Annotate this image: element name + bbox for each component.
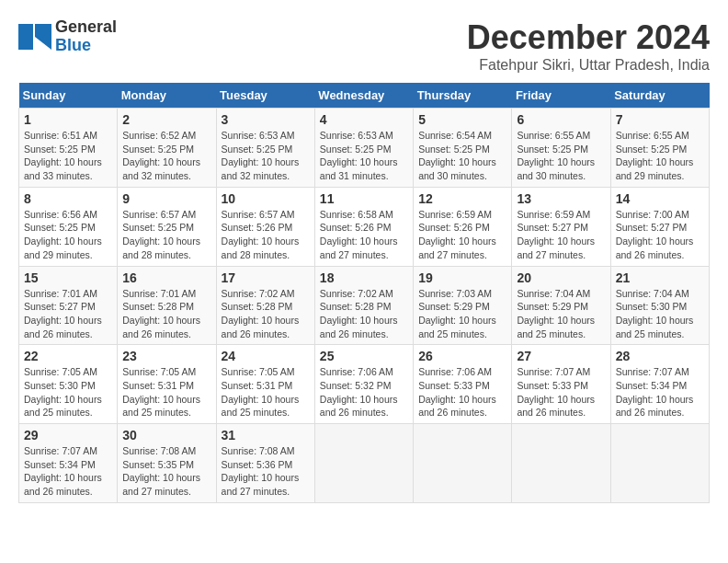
table-row: 13Sunrise: 6:59 AMSunset: 5:27 PMDayligh…: [512, 187, 610, 266]
svg-marker-2: [35, 37, 51, 50]
table-row: 16Sunrise: 7:01 AMSunset: 5:28 PMDayligh…: [118, 266, 216, 345]
table-row: 10Sunrise: 6:57 AMSunset: 5:26 PMDayligh…: [216, 187, 314, 266]
col-monday: Monday: [118, 83, 216, 109]
day-number: 16: [122, 270, 210, 285]
table-row: 25Sunrise: 7:06 AMSunset: 5:32 PMDayligh…: [314, 345, 413, 424]
day-number: 18: [320, 270, 408, 285]
table-row: 12Sunrise: 6:59 AMSunset: 5:26 PMDayligh…: [414, 187, 512, 266]
day-info: Sunrise: 7:07 AMSunset: 5:33 PMDaylight:…: [517, 365, 605, 419]
day-info: Sunrise: 6:52 AMSunset: 5:25 PMDaylight:…: [122, 129, 210, 183]
table-row: 4Sunrise: 6:53 AMSunset: 5:25 PMDaylight…: [314, 109, 413, 188]
table-row: 9Sunrise: 6:57 AMSunset: 5:25 PMDaylight…: [118, 187, 216, 266]
day-number: 25: [320, 349, 408, 363]
day-number: 26: [418, 349, 506, 363]
location: Fatehpur Sikri, Uttar Pradesh, India: [467, 57, 710, 74]
table-row: 27Sunrise: 7:07 AMSunset: 5:33 PMDayligh…: [512, 345, 610, 424]
month-title: December 2024: [467, 18, 710, 57]
col-saturday: Saturday: [610, 83, 709, 109]
day-info: Sunrise: 7:01 AMSunset: 5:28 PMDaylight:…: [122, 287, 210, 341]
day-info: Sunrise: 7:06 AMSunset: 5:32 PMDaylight:…: [320, 365, 408, 419]
day-number: 5: [418, 112, 506, 127]
day-info: Sunrise: 7:02 AMSunset: 5:28 PMDaylight:…: [222, 287, 310, 341]
day-info: Sunrise: 7:03 AMSunset: 5:29 PMDaylight:…: [418, 287, 506, 341]
day-info: Sunrise: 7:04 AMSunset: 5:30 PMDaylight:…: [616, 287, 704, 341]
calendar-header-row: Sunday Monday Tuesday Wednesday Thursday…: [19, 83, 710, 109]
day-info: Sunrise: 6:59 AMSunset: 5:27 PMDaylight:…: [517, 208, 605, 262]
logo: General Blue: [18, 18, 117, 55]
day-number: 28: [616, 349, 704, 363]
logo-blue: Blue: [55, 37, 117, 55]
table-row: 21Sunrise: 7:04 AMSunset: 5:30 PMDayligh…: [610, 266, 709, 345]
col-friday: Friday: [512, 83, 610, 109]
day-number: 23: [122, 349, 210, 363]
table-row: 14Sunrise: 7:00 AMSunset: 5:27 PMDayligh…: [610, 187, 709, 266]
table-row: 7Sunrise: 6:55 AMSunset: 5:25 PMDaylight…: [610, 109, 709, 188]
day-info: Sunrise: 7:02 AMSunset: 5:28 PMDaylight:…: [320, 287, 408, 341]
day-info: Sunrise: 6:58 AMSunset: 5:26 PMDaylight:…: [320, 208, 408, 262]
day-number: 6: [517, 112, 605, 127]
col-sunday: Sunday: [19, 83, 118, 109]
table-row: 3Sunrise: 6:53 AMSunset: 5:25 PMDaylight…: [216, 109, 314, 188]
day-info: Sunrise: 7:00 AMSunset: 5:27 PMDaylight:…: [616, 208, 704, 262]
day-info: Sunrise: 7:07 AMSunset: 5:34 PMDaylight:…: [24, 444, 112, 499]
day-number: 12: [418, 191, 506, 206]
calendar-week-2: 8Sunrise: 6:56 AMSunset: 5:25 PMDaylight…: [19, 187, 710, 266]
table-row: 18Sunrise: 7:02 AMSunset: 5:28 PMDayligh…: [314, 266, 413, 345]
logo-general: General: [55, 17, 117, 36]
logo-icon: [18, 24, 51, 50]
day-number: 31: [222, 428, 310, 442]
day-info: Sunrise: 6:59 AMSunset: 5:26 PMDaylight:…: [418, 208, 506, 262]
table-row: 1Sunrise: 6:51 AMSunset: 5:25 PMDaylight…: [19, 109, 118, 188]
table-row: 30Sunrise: 7:08 AMSunset: 5:35 PMDayligh…: [118, 424, 216, 503]
calendar-week-5: 29Sunrise: 7:07 AMSunset: 5:34 PMDayligh…: [19, 424, 710, 503]
day-info: Sunrise: 7:06 AMSunset: 5:33 PMDaylight:…: [418, 365, 506, 419]
day-info: Sunrise: 6:53 AMSunset: 5:25 PMDaylight:…: [222, 129, 310, 183]
table-row: 22Sunrise: 7:05 AMSunset: 5:30 PMDayligh…: [19, 345, 118, 424]
title-section: December 2024 Fatehpur Sikri, Uttar Prad…: [467, 18, 710, 74]
table-row: 28Sunrise: 7:07 AMSunset: 5:34 PMDayligh…: [610, 345, 709, 424]
svg-rect-0: [18, 24, 33, 50]
table-row: 11Sunrise: 6:58 AMSunset: 5:26 PMDayligh…: [314, 187, 413, 266]
day-info: Sunrise: 7:05 AMSunset: 5:31 PMDaylight:…: [222, 365, 310, 419]
table-row: 6Sunrise: 6:55 AMSunset: 5:25 PMDaylight…: [512, 109, 610, 188]
day-number: 3: [222, 112, 310, 127]
day-number: 17: [222, 270, 310, 285]
table-row: 8Sunrise: 6:56 AMSunset: 5:25 PMDaylight…: [19, 187, 118, 266]
day-info: Sunrise: 6:54 AMSunset: 5:25 PMDaylight:…: [418, 129, 506, 183]
day-info: Sunrise: 7:01 AMSunset: 5:27 PMDaylight:…: [24, 287, 112, 341]
day-number: 2: [122, 112, 210, 127]
table-row: 15Sunrise: 7:01 AMSunset: 5:27 PMDayligh…: [19, 266, 118, 345]
table-row: [414, 424, 512, 503]
day-number: 30: [122, 428, 210, 442]
day-info: Sunrise: 6:57 AMSunset: 5:26 PMDaylight:…: [222, 208, 310, 262]
day-info: Sunrise: 6:57 AMSunset: 5:25 PMDaylight:…: [122, 208, 210, 262]
day-number: 29: [24, 428, 112, 442]
table-row: 23Sunrise: 7:05 AMSunset: 5:31 PMDayligh…: [118, 345, 216, 424]
table-row: 20Sunrise: 7:04 AMSunset: 5:29 PMDayligh…: [512, 266, 610, 345]
table-row: 29Sunrise: 7:07 AMSunset: 5:34 PMDayligh…: [19, 424, 118, 503]
col-wednesday: Wednesday: [314, 83, 413, 109]
day-number: 7: [616, 112, 704, 127]
day-number: 8: [24, 191, 112, 206]
table-row: 5Sunrise: 6:54 AMSunset: 5:25 PMDaylight…: [414, 109, 512, 188]
day-number: 11: [320, 191, 408, 206]
calendar-week-3: 15Sunrise: 7:01 AMSunset: 5:27 PMDayligh…: [19, 266, 710, 345]
day-info: Sunrise: 7:07 AMSunset: 5:34 PMDaylight:…: [616, 365, 704, 419]
day-number: 21: [616, 270, 704, 285]
day-info: Sunrise: 7:08 AMSunset: 5:35 PMDaylight:…: [122, 444, 210, 499]
day-number: 4: [320, 112, 408, 127]
day-number: 9: [122, 191, 210, 206]
table-row: 24Sunrise: 7:05 AMSunset: 5:31 PMDayligh…: [216, 345, 314, 424]
day-number: 10: [222, 191, 310, 206]
svg-rect-1: [35, 24, 51, 37]
calendar-week-1: 1Sunrise: 6:51 AMSunset: 5:25 PMDaylight…: [19, 109, 710, 188]
day-number: 14: [616, 191, 704, 206]
day-number: 1: [24, 112, 112, 127]
day-number: 15: [24, 270, 112, 285]
day-info: Sunrise: 6:53 AMSunset: 5:25 PMDaylight:…: [320, 129, 408, 183]
day-info: Sunrise: 6:55 AMSunset: 5:25 PMDaylight:…: [517, 129, 605, 183]
day-info: Sunrise: 7:05 AMSunset: 5:31 PMDaylight:…: [122, 365, 210, 419]
table-row: [512, 424, 610, 503]
table-row: [610, 424, 709, 503]
calendar-table: Sunday Monday Tuesday Wednesday Thursday…: [18, 83, 710, 503]
